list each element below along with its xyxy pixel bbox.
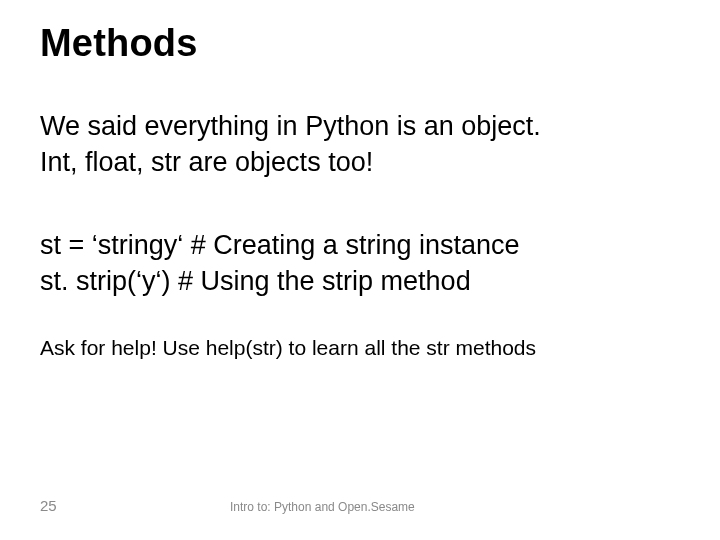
note-line: Ask for help! Use help(str) to learn all…: [40, 334, 680, 361]
slide: Methods We said everything in Python is …: [0, 0, 720, 540]
body-line: Int, float, str are objects too!: [40, 145, 680, 181]
code-line: st = ‘stringy‘ # Creating a string insta…: [40, 228, 680, 264]
body-line: We said everything in Python is an objec…: [40, 109, 680, 145]
body-block-1: We said everything in Python is an objec…: [40, 109, 680, 180]
code-line: st. strip(‘y‘) # Using the strip method: [40, 264, 680, 300]
page-number: 25: [40, 497, 230, 514]
body-block-3: Ask for help! Use help(str) to learn all…: [40, 334, 680, 361]
body-block-2: st = ‘stringy‘ # Creating a string insta…: [40, 228, 680, 299]
footer-text: Intro to: Python and Open.Sesame: [230, 500, 415, 514]
slide-title: Methods: [40, 22, 680, 65]
footer: 25 Intro to: Python and Open.Sesame: [40, 497, 680, 514]
